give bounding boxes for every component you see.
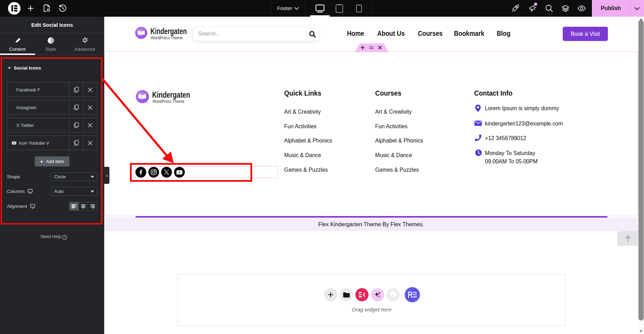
svg-text:?: ? [64, 236, 65, 239]
